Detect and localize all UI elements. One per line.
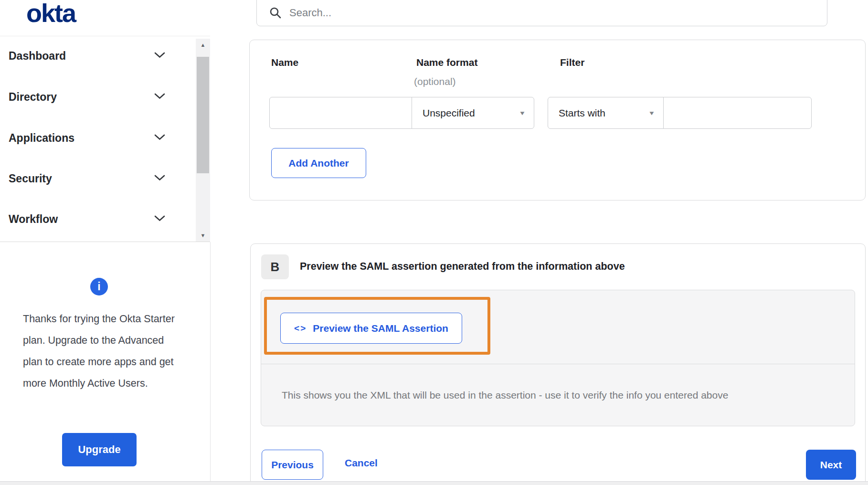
sidebar-scrollbar[interactable]: ▲ ▼	[196, 39, 210, 242]
cancel-link[interactable]: Cancel	[345, 457, 378, 469]
plan-message: Thanks for trying the Okta Starter plan.…	[23, 308, 183, 394]
select-value: Unspecified	[423, 107, 475, 119]
filter-value-input[interactable]	[663, 97, 812, 129]
previous-button[interactable]: Previous	[262, 450, 323, 480]
chevron-down-icon	[154, 174, 165, 183]
okta-logo[interactable]: okta	[26, 0, 75, 28]
column-header-filter: Filter	[560, 57, 584, 68]
horizontal-scrollbar[interactable]	[0, 481, 868, 485]
filter-operator-select[interactable]: Starts with ▼	[548, 97, 664, 129]
sidebar-item-workflow[interactable]: Workflow	[0, 208, 191, 230]
column-note-optional: (optional)	[414, 76, 456, 87]
chevron-down-icon: ▼	[648, 110, 656, 116]
sidebar-item-label: Security	[9, 172, 52, 185]
panel-divider	[210, 242, 211, 481]
saml-preview-panel: This shows you the XML that will be used…	[261, 290, 855, 426]
info-icon: i	[90, 278, 108, 295]
sidebar-item-dashboard[interactable]: Dashboard	[0, 45, 191, 67]
sidebar-item-label: Applications	[9, 132, 74, 145]
scroll-down-icon[interactable]: ▼	[196, 229, 210, 242]
section-b-heading: Preview the SAML assertion generated fro…	[300, 261, 625, 273]
next-button[interactable]: Next	[806, 450, 856, 480]
search-input[interactable]	[289, 7, 827, 19]
name-format-select[interactable]: Unspecified ▼	[412, 97, 534, 129]
chevron-down-icon: ▼	[519, 110, 526, 116]
select-value: Starts with	[559, 107, 605, 119]
preview-description: This shows you the XML that will be used…	[282, 364, 845, 426]
sidebar-item-directory[interactable]: Directory	[0, 86, 191, 108]
sidebar-nav: Dashboard Directory Applications Securit…	[0, 36, 210, 242]
column-header-name: Name	[271, 57, 298, 68]
okta-admin-screen: okta Dashboard Directory Applications Se…	[0, 0, 868, 485]
sidebar-item-label: Directory	[9, 91, 57, 104]
chevron-down-icon	[154, 93, 165, 101]
attribute-name-input[interactable]	[269, 97, 412, 129]
column-header-name-format: Name format	[416, 57, 477, 68]
code-icon: <>	[294, 323, 307, 334]
preview-saml-assertion-button[interactable]: <> Preview the SAML Assertion	[280, 313, 462, 344]
sidebar-item-applications[interactable]: Applications	[0, 127, 191, 149]
sidebar-item-label: Workflow	[9, 213, 58, 226]
sidebar-item-security[interactable]: Security	[0, 168, 191, 190]
chevron-down-icon	[154, 215, 165, 223]
chevron-down-icon	[154, 52, 165, 60]
sidebar-item-label: Dashboard	[9, 50, 66, 63]
preview-button-label: Preview the SAML Assertion	[313, 323, 448, 334]
scroll-up-icon[interactable]: ▲	[196, 39, 210, 51]
global-search[interactable]	[256, 0, 827, 26]
upgrade-button[interactable]: Upgrade	[62, 433, 137, 466]
add-another-button[interactable]: Add Another	[271, 148, 366, 178]
scrollbar-thumb[interactable]	[197, 57, 209, 173]
chevron-down-icon	[154, 134, 165, 142]
search-icon	[269, 7, 282, 19]
step-b-badge: B	[261, 254, 289, 279]
